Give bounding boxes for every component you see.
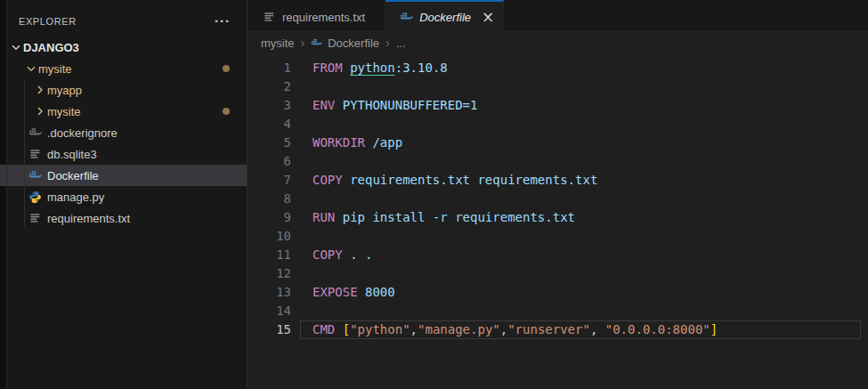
line-number: 13	[248, 283, 291, 302]
tab-requirements-txt[interactable]: requirements.txt	[248, 0, 385, 32]
code-token: [	[343, 322, 350, 336]
line-number: 8	[248, 190, 291, 208]
tree-item-myapp[interactable]: myapp	[0, 79, 247, 101]
tree-item-mysite-inner[interactable]: mysite	[0, 101, 247, 122]
code-token: ]	[710, 322, 718, 336]
code-token: "manage.py"	[418, 322, 500, 336]
code-token: EXPOSE	[312, 285, 365, 299]
explorer-more-actions-icon[interactable]: ···	[215, 17, 231, 26]
code-token: pip install -r requirements.txt	[343, 210, 575, 224]
tree-item-dockerignore[interactable]: .dockerignore	[0, 122, 247, 143]
line-number: 10	[248, 227, 291, 246]
line-number: 1	[248, 59, 291, 77]
sidebar-edge-line	[6, 0, 7, 389]
code-token: ENV	[312, 98, 343, 112]
line-number: 5	[248, 134, 291, 152]
code-token: . .	[350, 247, 372, 262]
code-line-6[interactable]: 6	[248, 152, 868, 171]
editor-tab-bar: requirements.txt Dockerfile ×	[248, 0, 868, 32]
line-number: 12	[248, 264, 291, 283]
chevron-down-icon	[9, 40, 23, 54]
breadcrumb-item-symbols[interactable]: ...	[396, 36, 406, 50]
text-file-icon	[262, 10, 276, 24]
code-line-8[interactable]: 8	[248, 190, 868, 208]
modified-dot-badge	[223, 108, 230, 115]
code-token: COPY	[312, 173, 350, 187]
line-number: 2	[248, 77, 291, 96]
code-token: COPY	[312, 247, 350, 262]
line-number: 7	[248, 171, 291, 190]
docker-whale-icon	[399, 10, 413, 24]
code-line-10[interactable]: 10	[248, 227, 868, 246]
code-line-3[interactable]: 3 ENV PYTHONUNBUFFERED=1	[248, 96, 868, 115]
tree-indent-guide	[24, 79, 25, 226]
line-number: 11	[248, 246, 291, 264]
tree-item-django3[interactable]: DJANGO3	[0, 36, 247, 58]
breadcrumb-chevron-icon: ›	[385, 36, 390, 50]
tree-item-requirements-txt[interactable]: requirements.txt	[0, 207, 247, 229]
chevron-right-icon	[33, 104, 47, 118]
explorer-header: EXPLORER ···	[0, 0, 247, 34]
line-number: 6	[248, 152, 291, 171]
text-file-icon	[28, 147, 42, 161]
code-token: ,	[590, 322, 605, 336]
modified-dot-badge	[223, 65, 230, 72]
code-editor[interactable]: 1 FROM python:3.10.8 2 3 ENV PYTHONUNBUF…	[248, 53, 868, 389]
text-file-icon	[28, 211, 42, 225]
tree-item-dockerfile[interactable]: Dockerfile	[0, 165, 247, 186]
code-token: PYTHONUNBUFFERED=1	[343, 98, 478, 112]
explorer-title: EXPLORER	[19, 16, 77, 27]
docker-whale-icon	[28, 126, 42, 140]
code-token: WORKDIR	[312, 135, 372, 150]
code-token: RUN	[312, 210, 343, 224]
code-line-13[interactable]: 13 EXPOSE 8000	[248, 283, 868, 302]
code-token: FROM	[312, 61, 350, 75]
file-tree: DJANGO3 mysite myapp mysite	[0, 36, 247, 229]
docker-whale-icon	[311, 36, 323, 49]
code-token: requirements.txt requirements.txt	[350, 173, 597, 187]
line-number: 4	[248, 115, 291, 134]
code-token: CMD	[312, 322, 343, 336]
code-line-7[interactable]: 7 COPY requirements.txt requirements.txt	[248, 171, 868, 190]
tree-item-manage-py[interactable]: manage.py	[0, 186, 247, 207]
docker-whale-icon	[28, 168, 42, 182]
code-line-5[interactable]: 5 WORKDIR /app	[248, 134, 868, 152]
code-line-2[interactable]: 2	[248, 77, 868, 96]
code-line-14[interactable]: 14	[248, 302, 868, 320]
code-line-15[interactable]: 15 CMD ["python","manage.py","runserver"…	[248, 320, 868, 339]
python-icon	[28, 190, 42, 204]
tree-item-db-sqlite3[interactable]: db.sqlite3	[0, 143, 247, 165]
breadcrumb: mysite › Dockerfile › ...	[248, 32, 868, 53]
code-token: ,	[500, 322, 507, 336]
code-token: :3.10.8	[395, 61, 448, 75]
chevron-down-icon	[24, 61, 38, 76]
code-line-1[interactable]: 1 FROM python:3.10.8	[248, 59, 868, 77]
code-token-link[interactable]: python	[350, 61, 395, 75]
breadcrumb-item-mysite[interactable]: mysite	[261, 36, 295, 50]
breadcrumb-item-dockerfile[interactable]: Dockerfile	[328, 36, 379, 50]
tree-item-mysite[interactable]: mysite	[0, 58, 247, 79]
code-line-4[interactable]: 4	[248, 115, 868, 134]
line-number: 9	[248, 208, 291, 227]
explorer-sidebar: EXPLORER ··· DJANGO3 mysite myapp	[0, 0, 247, 389]
code-token: "python"	[350, 322, 410, 336]
line-number: 14	[248, 302, 291, 320]
code-line-9[interactable]: 9 RUN pip install -r requirements.txt	[248, 208, 868, 227]
code-token: "runserver"	[507, 322, 590, 336]
code-token: "0.0.0.0:8000"	[605, 322, 710, 336]
code-line-11[interactable]: 11 COPY . .	[248, 246, 868, 264]
tab-dockerfile[interactable]: Dockerfile ×	[385, 0, 504, 32]
breadcrumb-chevron-icon: ›	[301, 36, 305, 50]
chevron-right-icon	[33, 83, 47, 97]
close-icon[interactable]: ×	[482, 10, 494, 24]
code-token: /app	[372, 135, 402, 150]
line-number: 3	[248, 96, 291, 115]
code-token: 8000	[365, 285, 395, 299]
code-token: ,	[410, 322, 418, 336]
code-line-12[interactable]: 12	[248, 264, 868, 283]
line-number: 15	[248, 320, 291, 339]
editor-group: requirements.txt Dockerfile × mysite › D…	[248, 0, 868, 389]
